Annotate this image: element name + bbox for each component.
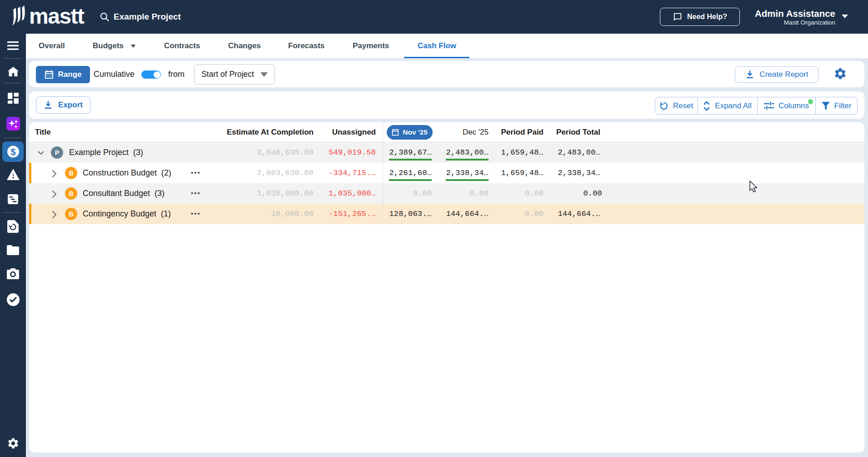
svg-text:$: $ [10, 147, 15, 157]
